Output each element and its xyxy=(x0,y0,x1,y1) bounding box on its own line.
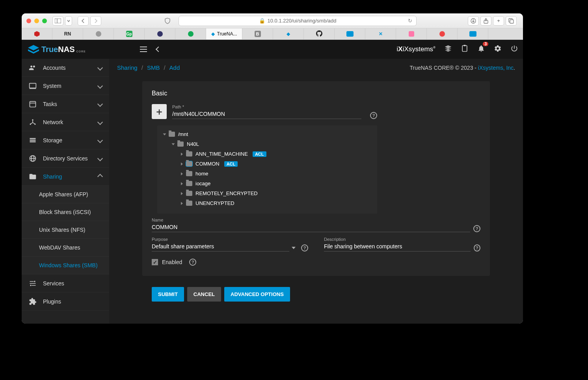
sidebar-toggle-button[interactable] xyxy=(52,16,63,26)
downloads-button[interactable] xyxy=(468,16,479,26)
sidebar-sub-iscsi[interactable]: Block Shares (iSCSI) xyxy=(22,203,109,221)
sidebar-item-tasks[interactable]: Tasks xyxy=(22,95,109,113)
brand-logo[interactable]: TrueNAS CORE xyxy=(28,45,86,54)
tab-group-button[interactable] xyxy=(65,16,72,26)
browser-tab[interactable] xyxy=(83,28,114,39)
shield-icon[interactable] xyxy=(162,16,173,26)
chevron-down-icon xyxy=(292,247,296,249)
app-sidebar: Accounts System Tasks Network Storage Di… xyxy=(22,59,109,324)
browser-tab[interactable]: Gp xyxy=(114,28,145,39)
browser-tab[interactable] xyxy=(304,28,335,39)
cancel-button[interactable]: CANCEL xyxy=(187,287,221,302)
sidebar-sub-webdav[interactable]: WebDAV Shares xyxy=(22,239,109,257)
browser-tab-active[interactable]: ◆ TrueNA... xyxy=(206,28,242,39)
tree-node[interactable]: ANN_TIME_MACHINE ACL xyxy=(181,149,371,159)
back-button[interactable] xyxy=(78,16,89,26)
browser-tab[interactable] xyxy=(145,28,175,39)
truecommand-icon[interactable] xyxy=(444,45,452,54)
browser-tab[interactable] xyxy=(396,28,427,39)
menu-toggle-button[interactable] xyxy=(140,47,147,52)
tree-node[interactable]: UNENCRYPTED xyxy=(181,198,371,208)
tree-node[interactable]: COMMON ACL xyxy=(181,159,371,169)
enabled-checkbox[interactable]: ✓ xyxy=(152,259,158,265)
sidebar-sub-smb[interactable]: Windows Shares (SMB) xyxy=(22,257,109,274)
folder-icon xyxy=(186,181,192,186)
expand-icon[interactable] xyxy=(181,172,183,175)
sidebar-item-accounts[interactable]: Accounts xyxy=(22,59,109,77)
ixsystems-link[interactable]: iXsystems, Inc xyxy=(478,65,514,71)
nav-back-button[interactable] xyxy=(156,47,161,52)
submit-button[interactable]: SUBMIT xyxy=(152,287,184,302)
ixsystems-logo[interactable]: iXiXsystems® xyxy=(397,45,436,53)
sidebar-item-network[interactable]: Network xyxy=(22,113,109,131)
path-input[interactable] xyxy=(172,109,361,119)
crumb-sharing[interactable]: Sharing xyxy=(117,64,138,71)
notifications-icon[interactable]: 3 xyxy=(477,45,485,54)
sidebar-item-storage[interactable]: Storage xyxy=(22,131,109,149)
truenas-app: TrueNAS CORE iXiXsystems® xyxy=(22,40,523,324)
crumb-smb[interactable]: SMB xyxy=(147,64,160,71)
help-icon[interactable]: ? xyxy=(301,244,308,251)
expand-icon[interactable] xyxy=(181,202,183,205)
name-label: Name xyxy=(152,218,480,222)
settings-icon[interactable] xyxy=(494,45,502,54)
expand-icon[interactable] xyxy=(163,133,166,135)
sidebar-sub-nfs[interactable]: Unix Shares (NFS) xyxy=(22,221,109,239)
help-icon[interactable]: ? xyxy=(474,244,480,251)
close-window-button[interactable] xyxy=(26,19,31,23)
tabs-overview-button[interactable] xyxy=(506,16,517,26)
tree-node-mnt[interactable]: /mnt xyxy=(164,129,371,139)
enabled-label: Enabled xyxy=(162,259,182,265)
advanced-options-button[interactable]: ADVANCED OPTIONS xyxy=(224,287,290,302)
forward-button[interactable] xyxy=(90,16,101,26)
description-input[interactable] xyxy=(324,242,471,251)
sidebar-item-system[interactable]: System xyxy=(22,77,109,95)
favicon xyxy=(188,31,194,37)
browser-tab[interactable]: B xyxy=(242,28,273,39)
url-bar[interactable]: 🔒 10.0.1.220/ui/sharing/smb/add ↻ xyxy=(179,16,417,26)
expand-icon[interactable] xyxy=(181,182,183,185)
sidebar-item-plugins[interactable]: Plugins xyxy=(22,292,109,311)
purpose-select[interactable]: Default share parameters xyxy=(152,242,289,251)
share-button[interactable] xyxy=(480,16,491,26)
svg-rect-16 xyxy=(30,140,36,141)
browser-tab[interactable] xyxy=(427,28,458,39)
breadcrumb-bar: Sharing / SMB / Add TrueNAS CORE® © 2023… xyxy=(109,59,523,76)
add-path-button[interactable]: ＋ xyxy=(152,104,167,119)
favicon xyxy=(34,31,40,37)
browser-tab[interactable] xyxy=(458,28,488,39)
expand-icon[interactable] xyxy=(172,143,175,145)
expand-icon[interactable] xyxy=(181,192,183,195)
help-icon[interactable]: ? xyxy=(473,225,480,232)
name-input[interactable] xyxy=(152,222,470,232)
brand-text-1: True xyxy=(41,45,58,54)
sidebar-item-sharing[interactable]: Sharing xyxy=(22,168,109,186)
maximize-window-button[interactable] xyxy=(42,19,47,23)
sidebar-item-services[interactable]: Services xyxy=(22,274,109,292)
expand-icon[interactable] xyxy=(181,153,183,156)
crumb-add[interactable]: Add xyxy=(169,64,180,71)
tree-node[interactable]: home xyxy=(181,169,371,179)
browser-tab[interactable] xyxy=(22,28,52,39)
browser-tab[interactable] xyxy=(335,28,365,39)
minimize-window-button[interactable] xyxy=(34,19,39,23)
expand-icon[interactable] xyxy=(181,162,183,166)
browser-tab[interactable]: ✕ xyxy=(365,28,396,39)
lock-icon: 🔒 xyxy=(259,18,265,24)
clipboard-icon[interactable] xyxy=(461,45,469,54)
new-tab-button[interactable]: + xyxy=(493,16,504,26)
power-icon[interactable] xyxy=(510,45,518,54)
tree-node[interactable]: iocage xyxy=(181,179,371,188)
section-title: Basic xyxy=(152,90,480,97)
sidebar-sub-afp[interactable]: Apple Shares (AFP) xyxy=(22,186,109,203)
browser-tab[interactable] xyxy=(175,28,206,39)
tree-node-n40l[interactable]: N40L xyxy=(172,139,371,149)
help-icon[interactable]: ? xyxy=(370,112,377,119)
svg-point-12 xyxy=(32,119,33,120)
browser-tab[interactable]: RN xyxy=(52,28,83,39)
sidebar-item-directory-services[interactable]: Directory Services xyxy=(22,149,109,168)
help-icon[interactable]: ? xyxy=(189,259,196,266)
tree-node[interactable]: REMOTELY_ENCRYPTED xyxy=(181,188,371,198)
refresh-icon[interactable]: ↻ xyxy=(408,18,412,24)
browser-tab[interactable]: ◆ xyxy=(273,28,304,39)
